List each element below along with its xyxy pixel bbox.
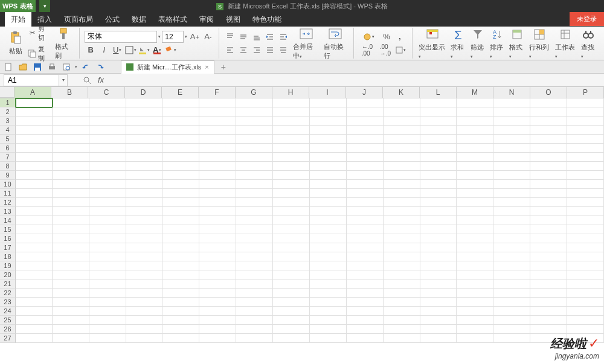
cell-C26[interactable] [89,325,126,334]
cell-C12[interactable] [89,198,126,207]
cell-H13[interactable] [273,207,310,216]
cell-O16[interactable] [530,234,567,243]
cell-D19[interactable] [126,261,163,270]
cell-N5[interactable] [493,135,530,144]
cell-M10[interactable] [457,180,493,189]
menu-view[interactable]: 视图 [220,12,246,27]
decrease-font-button[interactable]: A- [202,31,214,43]
cell-H25[interactable] [273,316,310,325]
cell-J15[interactable] [347,225,384,234]
cell-A14[interactable] [16,216,53,225]
row-header-9[interactable]: 9 [0,171,16,180]
cell-M9[interactable] [457,171,493,180]
cell-A13[interactable] [16,207,53,216]
cell-F6[interactable] [199,144,236,153]
cell-I9[interactable] [310,171,347,180]
row-header-21[interactable]: 21 [0,279,16,289]
cell-D24[interactable] [126,307,163,316]
cell-I6[interactable] [310,144,347,153]
align-left-button[interactable] [224,44,236,56]
font-size-dropdown[interactable]: ▾ [185,34,187,39]
cell-I1[interactable] [310,98,347,107]
cell-L9[interactable] [420,171,457,180]
cell-H2[interactable] [273,107,310,117]
cell-O13[interactable] [530,207,567,216]
cell-L3[interactable] [420,117,457,126]
cell-E11[interactable] [162,189,199,198]
cell-E26[interactable] [162,325,199,334]
cell-A4[interactable] [16,126,53,135]
save-button[interactable] [31,62,43,72]
cell-I10[interactable] [310,180,347,189]
cell-M6[interactable] [457,144,493,153]
cell-O14[interactable] [530,216,567,225]
menu-data[interactable]: 数据 [126,12,152,27]
cell-P13[interactable] [567,207,604,216]
cell-G18[interactable] [236,252,273,261]
column-header-A[interactable]: A [14,87,51,98]
cell-H18[interactable] [273,252,310,261]
cell-G6[interactable] [236,144,273,153]
cell-D23[interactable] [126,298,163,307]
cell-C4[interactable] [89,126,126,135]
format-painter-button[interactable]: 格式刷 [53,25,76,62]
cell-M26[interactable] [457,325,493,334]
cell-K7[interactable] [384,153,420,162]
cell-O23[interactable] [530,298,567,307]
cell-A11[interactable] [16,189,53,198]
cell-F11[interactable] [199,189,236,198]
cell-O12[interactable] [530,198,567,207]
cell-F4[interactable] [199,126,236,135]
cell-E22[interactable] [162,289,199,298]
cell-O8[interactable] [530,162,567,171]
cell-M20[interactable] [457,270,493,279]
cell-K17[interactable] [384,243,420,252]
font-name-dropdown[interactable]: ▾ [158,34,161,39]
cell-E13[interactable] [162,207,199,216]
cell-A18[interactable] [16,252,53,261]
cell-C3[interactable] [89,117,126,126]
cell-J24[interactable] [347,307,384,316]
cell-B15[interactable] [53,225,89,234]
cell-P16[interactable] [567,234,604,243]
cell-B21[interactable] [53,279,89,289]
row-header-16[interactable]: 16 [0,234,16,243]
cell-P5[interactable] [567,135,604,144]
align-justify-button[interactable] [264,44,276,56]
cell-G3[interactable] [236,117,273,126]
cell-M11[interactable] [457,189,493,198]
cell-I24[interactable] [310,307,347,316]
redo-button[interactable] [94,62,106,72]
cell-O18[interactable] [530,252,567,261]
cell-J3[interactable] [347,117,384,126]
cell-D10[interactable] [126,180,163,189]
cell-G10[interactable] [236,180,273,189]
cell-J23[interactable] [347,298,384,307]
cell-E6[interactable] [162,144,199,153]
cell-B9[interactable] [53,171,89,180]
cell-M4[interactable] [457,126,493,135]
cell-J10[interactable] [347,180,384,189]
cell-C22[interactable] [89,289,126,298]
cell-L23[interactable] [420,298,457,307]
row-header-6[interactable]: 6 [0,144,16,153]
cell-M7[interactable] [457,153,493,162]
cell-N1[interactable] [493,98,530,107]
cell-M13[interactable] [457,207,493,216]
cell-F15[interactable] [199,225,236,234]
cell-B16[interactable] [53,234,89,243]
row-header-2[interactable]: 2 [0,107,16,117]
cell-L24[interactable] [420,307,457,316]
cell-K4[interactable] [384,126,420,135]
cell-L11[interactable] [420,189,457,198]
cell-G13[interactable] [236,207,273,216]
cell-P17[interactable] [567,243,604,252]
cell-H1[interactable] [273,98,310,107]
sort-button[interactable]: AZ 排序▾ [487,26,507,60]
column-header-L[interactable]: L [420,87,457,98]
row-header-15[interactable]: 15 [0,225,16,234]
row-header-1[interactable]: 1 [0,98,16,107]
cell-K16[interactable] [384,234,420,243]
cell-B27[interactable] [53,334,89,343]
cell-G4[interactable] [236,126,273,135]
